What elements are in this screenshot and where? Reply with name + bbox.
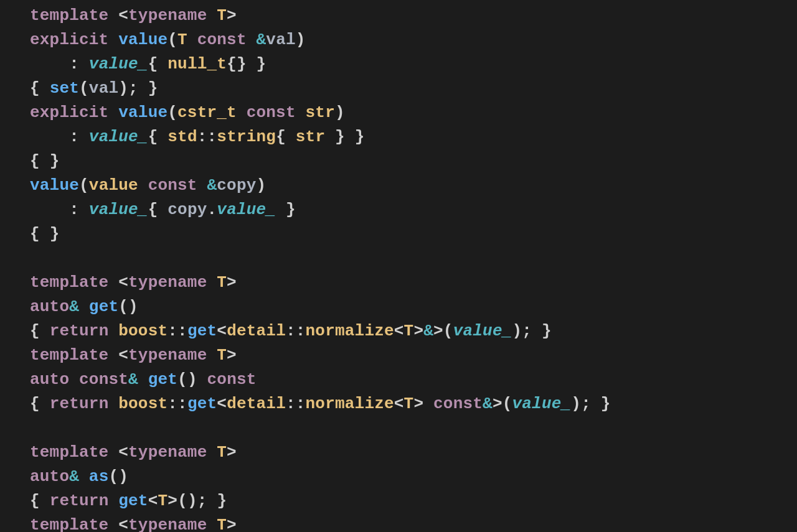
type-string: string — [217, 128, 276, 146]
code-line: auto& get() — [30, 297, 138, 316]
code-line: template <typename T> — [30, 6, 237, 25]
fn-value: value — [118, 30, 167, 49]
code-line: { } — [30, 225, 59, 243]
code-line: explicit value(T const &val) — [30, 30, 306, 49]
type-cstr-t: cstr_t — [177, 103, 237, 122]
code-line: auto& as() — [30, 467, 128, 486]
code-line: auto const& get() const — [30, 370, 257, 389]
code-line: { return boost::get<detail::normalize<T>… — [30, 394, 611, 413]
code-line: { set(val); } — [30, 79, 158, 98]
code-line: { return get<T>(); } — [30, 492, 227, 510]
code-line: value(value const &copy) — [30, 176, 266, 195]
code-line: template <typename T> — [30, 516, 237, 532]
code-line: : value_{ copy.value_ } — [30, 200, 296, 219]
code-block: template <typename T> explicit value(T c… — [0, 0, 797, 532]
param-copy: copy — [217, 176, 256, 195]
code-line: template <typename T> — [30, 273, 237, 292]
code-line: : value_{ std::string{ str } } — [30, 128, 364, 146]
fn-set: set — [50, 79, 79, 98]
fn-get: get — [89, 297, 118, 316]
param-str: str — [306, 103, 335, 122]
code-line: : value_{ null_t{} } — [30, 55, 266, 73]
code-line: { } — [30, 152, 59, 170]
type-null-t: null_t — [167, 55, 227, 73]
ns-detail: detail — [227, 322, 286, 340]
code-line: { return boost::get<detail::normalize<T>… — [30, 322, 552, 340]
type-normalize: normalize — [306, 322, 394, 340]
keyword-return: return — [50, 322, 109, 340]
keyword-typename: typename — [128, 6, 207, 25]
param-val: val — [266, 30, 295, 49]
ns-std: std — [167, 128, 197, 146]
code-line: template <typename T> — [30, 346, 237, 365]
keyword-template: template — [30, 6, 108, 25]
blank-line — [30, 419, 40, 437]
code-line: template <typename T> — [30, 443, 237, 462]
keyword-explicit: explicit — [30, 30, 108, 49]
type-T: T — [217, 6, 227, 25]
fn-as: as — [89, 467, 109, 486]
keyword-auto: auto — [30, 297, 69, 316]
code-line: explicit value(cstr_t const str) — [30, 103, 345, 122]
ns-boost: boost — [118, 322, 167, 340]
member-value: value_ — [89, 55, 148, 73]
blank-line — [30, 249, 40, 268]
